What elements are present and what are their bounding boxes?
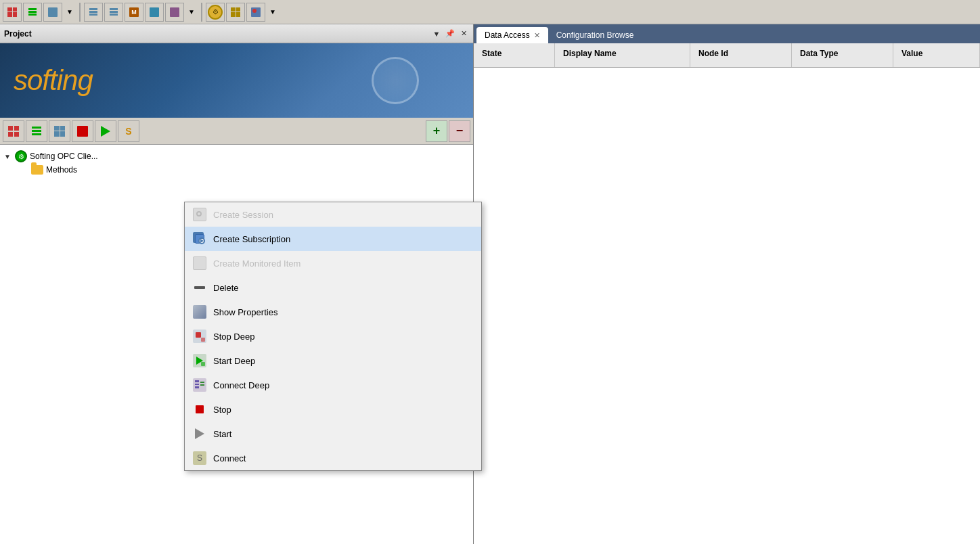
ctx-connect-deep[interactable]: Connect Deep [185, 373, 481, 397]
ctx-connect-deep-icon [192, 377, 208, 393]
ctx-show-properties-label: Show Properties [213, 307, 277, 317]
toolbar-btn-3[interactable] [43, 3, 62, 22]
ctx-stop-label: Stop [213, 405, 231, 415]
toolbar-sep-1 [79, 3, 81, 22]
ctx-start-deep-icon [192, 353, 208, 369]
table-header: State Display Name Node Id Data Type Val… [474, 43, 980, 68]
logo-softing: softing [14, 64, 93, 96]
ctx-show-properties[interactable]: Show Properties [185, 300, 481, 324]
ctx-create-subscription-label: Create Subscription [213, 234, 290, 244]
ctx-create-monitored-label: Create Monitored Item [213, 258, 300, 269]
ctx-start-deep-label: Start Deep [213, 356, 255, 366]
toolbar-sep-2 [201, 3, 202, 22]
proj-btn-add[interactable]: + [426, 120, 447, 142]
proj-btn-yellow-s[interactable]: S [118, 120, 139, 142]
toolbar-btn-10[interactable] [226, 3, 245, 22]
ctx-start[interactable]: Start [185, 422, 481, 446]
logo-area: softing [0, 43, 473, 118]
toolbar-btn-1[interactable] [3, 3, 22, 22]
tree-children: Methods [4, 164, 469, 176]
ctx-connect[interactable]: S Connect [185, 446, 481, 470]
ctx-show-props-icon [192, 304, 208, 320]
proj-btn-stop[interactable] [72, 120, 93, 142]
ctx-stop-deep-icon [192, 328, 208, 344]
ctx-delete[interactable]: Delete [185, 275, 481, 300]
table-body [474, 68, 980, 544]
ctx-connect-deep-label: Connect Deep [213, 380, 269, 390]
tree-root-icon [15, 150, 27, 162]
logo-circle [372, 57, 419, 104]
proj-btn-play[interactable] [95, 120, 116, 142]
panel-title: Project [4, 29, 32, 39]
panel-close-icon[interactable]: ✕ [458, 28, 469, 39]
top-toolbar: ▼ M ▼ ⚙ ▼ [0, 0, 980, 24]
panel-header-icons: ▼ 📌 ✕ [431, 28, 469, 39]
ctx-create-monitored-icon [192, 255, 208, 271]
tab-data-access-close[interactable]: ✕ [534, 31, 540, 40]
toolbar-btn-8[interactable] [165, 3, 184, 22]
tree-methods-item[interactable]: Methods [20, 164, 469, 176]
proj-btn-remove[interactable]: − [449, 120, 470, 142]
th-data-type: Data Type [792, 43, 893, 67]
ctx-stop[interactable]: Stop [185, 397, 481, 422]
tree-root-item[interactable]: ▼ Softing OPC Clie... [4, 149, 469, 164]
ctx-connect-icon: S [192, 450, 208, 466]
toolbar-btn-2[interactable] [23, 3, 42, 22]
tree-root-arrow: ▼ [4, 153, 12, 160]
tab-config-browse[interactable]: Configuration Browse [548, 27, 642, 43]
ctx-start-icon [192, 426, 208, 442]
proj-btn-red-grid[interactable] [3, 120, 24, 142]
ctx-start-deep[interactable]: Start Deep [185, 348, 481, 373]
ctx-connect-label: Connect [213, 453, 246, 463]
ctx-delete-label: Delete [213, 283, 239, 293]
ctx-stop-deep[interactable]: Stop Deep [185, 324, 481, 348]
tree-methods-folder-icon [31, 165, 43, 175]
left-panel: Project ▼ 📌 ✕ softing [0, 24, 474, 544]
toolbar-btn-dropdown2[interactable]: ▼ [185, 3, 198, 22]
tab-bar: Data Access ✕ Configuration Browse [474, 24, 980, 43]
context-menu: Create Session Create Subscription [184, 202, 482, 471]
toolbar-btn-11[interactable] [246, 3, 265, 22]
panel-dropdown-icon[interactable]: ▼ [431, 28, 442, 39]
th-display-name: Display Name [555, 43, 690, 67]
proj-btn-green-rows[interactable] [26, 120, 47, 142]
tree-root-label: Softing OPC Clie... [30, 152, 98, 161]
tab-config-browse-label: Configuration Browse [556, 30, 634, 40]
panel-pin-icon[interactable]: 📌 [445, 28, 455, 39]
ctx-stop-icon [192, 401, 208, 417]
ctx-stop-deep-label: Stop Deep [213, 332, 254, 342]
ctx-create-subscription-icon [192, 231, 208, 247]
toolbar-btn-9[interactable]: ⚙ [206, 3, 225, 22]
project-toolbar: S + − [0, 118, 473, 145]
toolbar-btn-7[interactable] [145, 3, 164, 22]
toolbar-btn-dropdown[interactable]: ▼ [64, 3, 76, 22]
right-panel: Data Access ✕ Configuration Browse State… [474, 24, 980, 544]
th-node-id: Node Id [690, 43, 792, 67]
th-value: Value [893, 43, 980, 67]
ctx-create-subscription[interactable]: Create Subscription [185, 227, 481, 251]
panel-header: Project ▼ 📌 ✕ [0, 24, 473, 43]
tab-data-access[interactable]: Data Access ✕ [476, 27, 548, 43]
ctx-create-session[interactable]: Create Session [185, 202, 481, 227]
ctx-delete-icon [192, 279, 208, 296]
toolbar-btn-6[interactable]: M [125, 3, 143, 22]
ctx-create-session-label: Create Session [213, 210, 273, 220]
tab-data-access-label: Data Access [485, 30, 530, 40]
proj-btn-grid-connect[interactable] [49, 120, 70, 142]
proj-remove-label: − [456, 124, 464, 138]
tree-methods-label: Methods [46, 165, 77, 175]
th-state: State [474, 43, 555, 67]
main-layout: Project ▼ 📌 ✕ softing [0, 24, 980, 544]
ctx-start-label: Start [213, 429, 231, 439]
ctx-create-monitored-item[interactable]: Create Monitored Item [185, 251, 481, 275]
proj-add-label: + [433, 124, 441, 138]
toolbar-btn-dropdown3[interactable]: ▼ [267, 3, 279, 22]
toolbar-btn-5[interactable] [104, 3, 123, 22]
logo-text: softing [14, 64, 93, 97]
toolbar-btn-4[interactable] [84, 3, 103, 22]
ctx-create-session-icon [192, 206, 208, 223]
